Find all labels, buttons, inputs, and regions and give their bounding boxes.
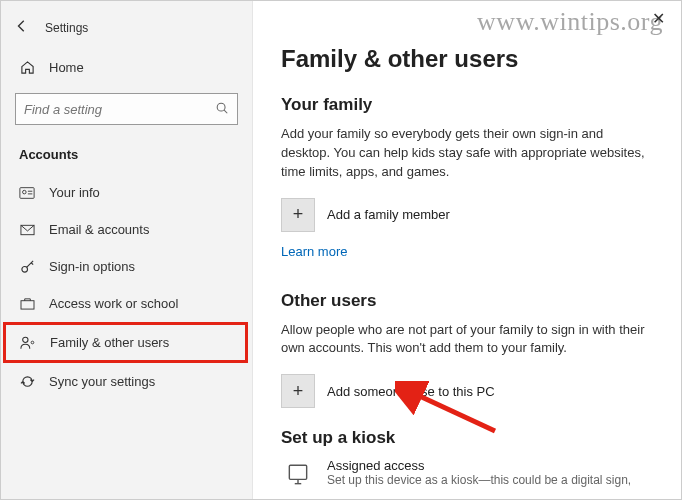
home-label: Home [49,60,84,75]
search-box[interactable] [15,93,238,125]
close-button[interactable]: ✕ [646,7,671,30]
sidebar-item-your-info[interactable]: Your info [1,174,252,211]
search-input[interactable] [24,102,198,117]
kiosk-item[interactable]: Assigned access Set up this device as a … [281,458,653,492]
page-title: Family & other users [281,45,653,73]
svg-point-0 [217,103,225,111]
sidebar-item-sync[interactable]: Sync your settings [1,363,252,400]
learn-more-link[interactable]: Learn more [281,244,347,259]
kiosk-subtitle: Set up this device as a kiosk—this could… [327,473,631,487]
briefcase-icon [19,297,35,310]
sidebar: Settings Home Accounts Your info E [1,1,253,499]
svg-rect-13 [289,465,306,479]
sidebar-header: Settings [1,11,252,50]
nav-label: Family & other users [50,335,169,350]
app-container: Settings Home Accounts Your info E [1,1,681,499]
email-icon [19,224,35,236]
svg-line-9 [31,263,33,265]
svg-line-1 [224,110,227,113]
family-icon [20,335,36,350]
kiosk-heading: Set up a kiosk [281,428,653,448]
nav-label: Email & accounts [49,222,149,237]
kiosk-text: Assigned access Set up this device as a … [327,458,631,487]
svg-point-11 [23,337,28,342]
svg-rect-10 [21,301,34,309]
sidebar-section-header: Accounts [1,141,252,174]
sidebar-home[interactable]: Home [1,50,252,85]
svg-rect-2 [20,187,34,198]
add-someone-button[interactable]: + Add someone else to this PC [281,374,653,408]
search-icon [215,101,229,118]
add-family-member-button[interactable]: + Add a family member [281,198,653,232]
nav-label: Your info [49,185,100,200]
svg-point-12 [31,341,34,344]
add-someone-label: Add someone else to this PC [327,384,495,399]
plus-icon: + [281,374,315,408]
plus-icon: + [281,198,315,232]
family-heading: Your family [281,95,653,115]
key-icon [19,259,35,274]
content-area: Family & other users Your family Add you… [253,1,681,499]
nav-label: Sync your settings [49,374,155,389]
user-card-icon [19,186,35,200]
window-title: Settings [45,21,88,35]
sidebar-item-work-school[interactable]: Access work or school [1,285,252,322]
family-description: Add your family so everybody gets their … [281,125,653,182]
others-heading: Other users [281,291,653,311]
add-family-label: Add a family member [327,207,450,222]
nav-label: Sign-in options [49,259,135,274]
nav-label: Access work or school [49,296,178,311]
back-arrow-icon[interactable] [15,19,29,36]
sync-icon [19,374,35,389]
kiosk-icon [281,458,315,492]
home-icon [19,60,35,75]
sidebar-item-family[interactable]: Family & other users [3,322,248,363]
others-description: Allow people who are not part of your fa… [281,321,653,359]
kiosk-title: Assigned access [327,458,631,473]
sidebar-item-signin[interactable]: Sign-in options [1,248,252,285]
sidebar-item-email[interactable]: Email & accounts [1,211,252,248]
svg-point-3 [23,190,27,194]
